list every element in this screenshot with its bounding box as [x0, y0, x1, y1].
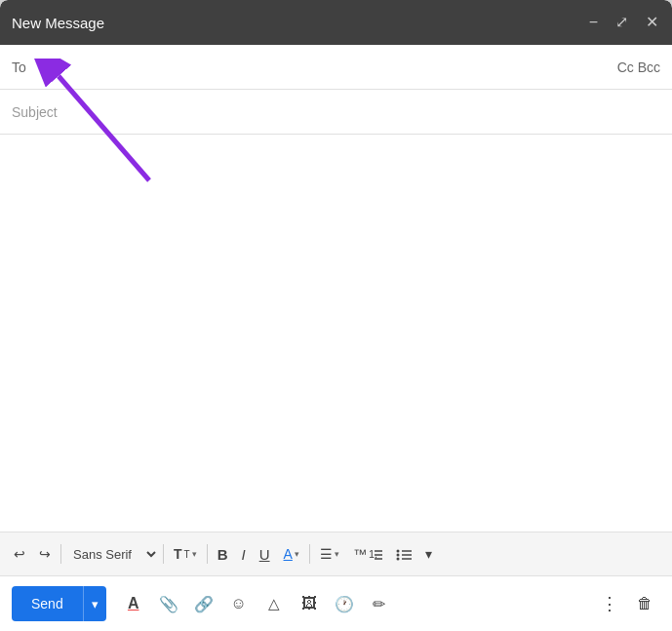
send-dropdown-icon: ▾: [92, 597, 99, 611]
title-bar: New Message − ⤢ ✕: [0, 0, 672, 45]
confidential-mode-button[interactable]: 🕐: [329, 588, 360, 619]
send-button-group: Send ▾: [12, 586, 106, 621]
bulleted-list-button[interactable]: [390, 543, 417, 565]
more-formatting-icon: ▾: [425, 546, 432, 562]
title-bar-actions: − ⤢ ✕: [587, 13, 660, 32]
more-formatting-button[interactable]: ▾: [419, 542, 438, 566]
more-options-button[interactable]: ⋮: [594, 588, 625, 619]
toolbar-separator-2: [163, 544, 164, 564]
underline-button[interactable]: U: [254, 542, 276, 567]
action-bar: Send ▾ A 📎 🔗 ☺ △ 🖼: [0, 576, 672, 631]
font-color-button[interactable]: A ▾: [278, 542, 305, 566]
photo-icon: 🖼: [301, 595, 317, 612]
cc-bcc-button[interactable]: Cc Bcc: [617, 59, 660, 75]
send-dropdown-button[interactable]: ▾: [83, 586, 106, 621]
to-label: To: [12, 59, 31, 75]
more-options-icon: ⋮: [601, 593, 618, 614]
align-button[interactable]: ☰ ▾: [314, 542, 345, 566]
subject-input[interactable]: [12, 104, 660, 120]
window-title: New Message: [12, 15, 104, 31]
drive-icon: △: [268, 595, 280, 612]
font-size-button[interactable]: TT ▾: [168, 542, 203, 566]
send-button[interactable]: Send: [12, 586, 83, 621]
signature-icon: ✏: [373, 595, 385, 613]
toolbar-separator-4: [309, 544, 310, 564]
font-color-label: A: [284, 546, 293, 562]
subject-field-row: [0, 90, 672, 135]
insert-drive-button[interactable]: △: [258, 588, 290, 619]
formatting-toolbar: ↩ ↪ Sans Serif Serif Monospace TT ▾ B I …: [0, 532, 672, 576]
toolbar-separator-1: [60, 544, 61, 564]
undo-button[interactable]: ↩: [8, 542, 31, 566]
discard-button[interactable]: 🗑: [629, 588, 660, 619]
action-icons-group: A 📎 🔗 ☺ △ 🖼 🕐 ✏: [118, 588, 594, 619]
to-field-row: To Cc Bcc: [0, 45, 672, 90]
format-text-icon: A: [128, 595, 139, 612]
font-family-select[interactable]: Sans Serif Serif Monospace: [65, 544, 159, 565]
attach-icon: 📎: [159, 595, 178, 613]
bold-button[interactable]: B: [212, 542, 234, 567]
attach-file-button[interactable]: 📎: [153, 588, 184, 619]
link-icon: 🔗: [194, 595, 214, 613]
numbered-list-icon: ™: [353, 546, 367, 562]
expand-button[interactable]: ⤢: [613, 13, 630, 32]
italic-button[interactable]: I: [236, 542, 252, 567]
toolbar-separator-3: [207, 544, 208, 564]
svg-text:1.: 1.: [369, 548, 377, 560]
svg-point-6: [396, 550, 399, 553]
discard-icon: 🗑: [637, 595, 652, 612]
insert-emoji-button[interactable]: ☺: [223, 588, 255, 619]
format-text-button[interactable]: A: [118, 588, 149, 619]
emoji-icon: ☺: [231, 595, 247, 612]
insert-link-button[interactable]: 🔗: [188, 588, 219, 619]
body-area[interactable]: [0, 135, 672, 532]
svg-point-8: [396, 558, 399, 561]
insert-photo-button[interactable]: 🖼: [294, 588, 325, 619]
numbered-list-button[interactable]: ™ 1.: [347, 542, 388, 566]
redo-button[interactable]: ↪: [33, 542, 57, 566]
compose-window: New Message − ⤢ ✕ To Cc Bcc ↩ ↪ Sans Ser…: [0, 0, 672, 631]
svg-point-7: [396, 554, 399, 557]
confidential-icon: 🕐: [335, 595, 354, 613]
ul-icon: [396, 547, 412, 561]
align-icon: ☰: [320, 546, 333, 562]
signature-button[interactable]: ✏: [364, 588, 395, 619]
close-button[interactable]: ✕: [644, 13, 660, 32]
action-bar-right: ⋮ 🗑: [594, 588, 660, 619]
minimize-button[interactable]: −: [587, 13, 600, 32]
to-input[interactable]: [39, 59, 617, 75]
ol-icon: 1.: [369, 547, 382, 561]
